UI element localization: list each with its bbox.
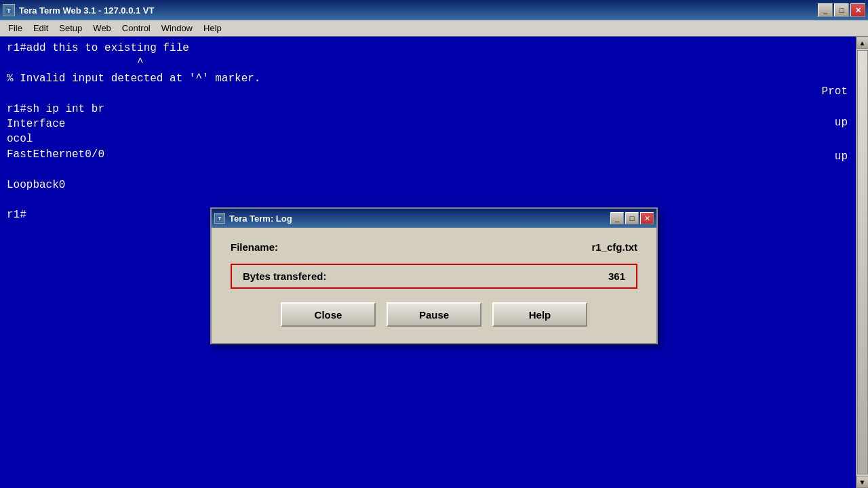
- svg-text:T: T: [7, 7, 11, 14]
- minimize-button[interactable]: _: [818, 3, 833, 17]
- dialog-overlay: T Tera Term: Log _ □ ✕ Filename: r1_cfg.…: [0, 37, 868, 488]
- bytes-label: Bytes transfered:: [243, 270, 326, 282]
- menu-bar: FileEditSetupWebControlWindowHelp: [0, 20, 868, 37]
- menu-item-edit[interactable]: Edit: [28, 22, 54, 35]
- dialog-buttons: Close Pause Help: [231, 302, 637, 327]
- dialog-close-button[interactable]: ✕: [640, 212, 654, 224]
- dialog-minimize-button[interactable]: _: [610, 212, 624, 224]
- menu-item-help[interactable]: Help: [198, 22, 227, 35]
- menu-item-setup[interactable]: Setup: [54, 22, 87, 35]
- main-window-title: Tera Term Web 3.1 - 127.0.0.1 VT: [19, 5, 154, 16]
- dialog-maximize-button[interactable]: □: [625, 212, 639, 224]
- dialog-title-bar: T Tera Term: Log _ □ ✕: [212, 209, 656, 228]
- dialog-body: Filename: r1_cfg.txt Bytes transfered: 3…: [212, 228, 656, 343]
- dialog-icon: T: [214, 213, 225, 224]
- bytes-box: Bytes transfered: 361: [231, 264, 637, 289]
- title-bar-buttons: _ □ ✕: [818, 3, 865, 17]
- menu-item-file[interactable]: File: [3, 22, 28, 35]
- pause-button[interactable]: Pause: [387, 302, 481, 327]
- dialog-title-left: T Tera Term: Log: [214, 213, 292, 224]
- close-button[interactable]: ✕: [850, 3, 865, 17]
- bytes-value: 361: [608, 270, 625, 282]
- help-button[interactable]: Help: [492, 302, 587, 327]
- terminal-container: r1#add this to existing file ^ % Invalid…: [0, 37, 868, 488]
- menu-item-window[interactable]: Window: [156, 22, 198, 35]
- dialog-title: Tera Term: Log: [229, 214, 292, 224]
- filename-label: Filename:: [231, 241, 278, 253]
- svg-text:T: T: [218, 216, 222, 222]
- menu-item-control[interactable]: Control: [117, 22, 156, 35]
- menu-item-web[interactable]: Web: [87, 22, 117, 35]
- filename-row: Filename: r1_cfg.txt: [231, 241, 637, 253]
- close-log-button[interactable]: Close: [281, 302, 376, 327]
- title-bar-left: T Tera Term Web 3.1 - 127.0.0.1 VT: [3, 4, 154, 16]
- maximize-button[interactable]: □: [834, 3, 849, 17]
- main-title-bar: T Tera Term Web 3.1 - 127.0.0.1 VT _ □ ✕: [0, 0, 868, 20]
- filename-value: r1_cfg.txt: [591, 241, 637, 253]
- log-dialog: T Tera Term: Log _ □ ✕ Filename: r1_cfg.…: [210, 207, 658, 344]
- dialog-title-buttons: _ □ ✕: [610, 212, 654, 224]
- app-icon: T: [3, 4, 15, 16]
